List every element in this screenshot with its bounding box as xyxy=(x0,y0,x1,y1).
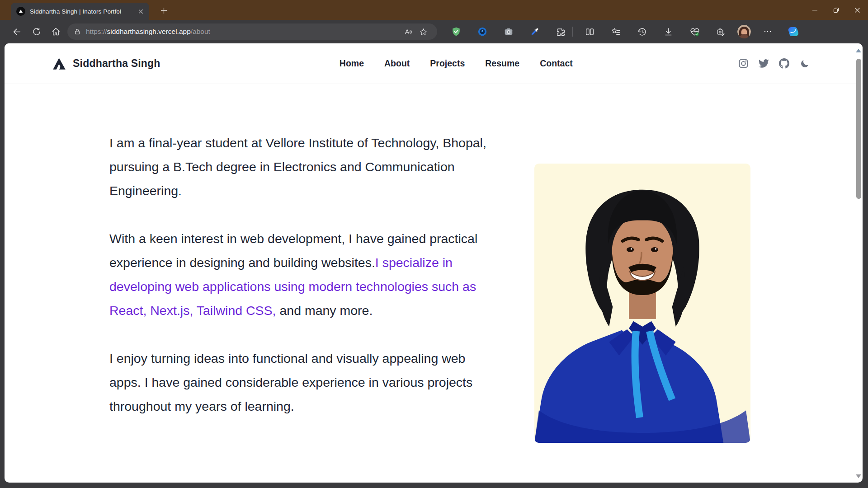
tab-favicon-icon xyxy=(16,7,25,16)
url-path: /about xyxy=(191,28,210,35)
eyedropper-extension-icon[interactable] xyxy=(525,23,544,40)
page-scrollbar[interactable] xyxy=(854,43,863,483)
tab-close-icon[interactable] xyxy=(136,6,146,16)
back-icon[interactable] xyxy=(7,23,27,40)
tab-title: Siddhartha Singh | Inators Portfol xyxy=(30,8,133,15)
instagram-icon[interactable] xyxy=(738,58,749,69)
web-capture-icon[interactable] xyxy=(711,23,731,40)
site-logo-icon xyxy=(52,57,66,70)
profile-photo xyxy=(534,164,750,443)
content-frame: Siddhartha Singh Home About Projects Res… xyxy=(0,43,868,488)
toolbar-divider xyxy=(572,27,573,37)
downloads-icon[interactable] xyxy=(659,23,678,40)
about-paragraph-1: I am a final-year student at Vellore Ins… xyxy=(109,131,491,203)
window-close-button[interactable] xyxy=(847,0,868,20)
scroll-up-arrow-icon[interactable] xyxy=(856,49,861,52)
nav-link-resume[interactable]: Resume xyxy=(485,58,519,69)
dark-mode-moon-icon[interactable] xyxy=(799,58,810,69)
history-icon[interactable] xyxy=(632,23,652,40)
lock-icon[interactable] xyxy=(74,28,81,35)
split-screen-icon[interactable] xyxy=(580,23,599,40)
refresh-icon[interactable] xyxy=(27,23,46,40)
blue-circle-extension-icon[interactable] xyxy=(472,23,492,40)
about-paragraph-3: I enjoy turning ideas into functional an… xyxy=(109,347,491,418)
favorite-star-icon[interactable] xyxy=(415,25,431,38)
site-nav: Home About Projects Resume Contact xyxy=(326,58,573,69)
nav-link-projects[interactable]: Projects xyxy=(430,58,465,69)
new-tab-button[interactable] xyxy=(158,5,169,16)
extensions-puzzle-icon[interactable] xyxy=(551,23,571,40)
brand-name: Siddhartha Singh xyxy=(73,57,160,70)
home-icon[interactable] xyxy=(46,23,66,40)
favorites-list-icon[interactable] xyxy=(606,23,626,40)
nav-link-about[interactable]: About xyxy=(384,58,410,69)
webpage: Siddhartha Singh Home About Projects Res… xyxy=(5,43,863,483)
github-icon[interactable] xyxy=(779,58,790,69)
browser-titlebar: Siddhartha Singh | Inators Portfol xyxy=(0,0,868,20)
browser-essentials-icon[interactable] xyxy=(685,23,704,40)
about-section: I am a final-year student at Vellore Ins… xyxy=(109,131,491,442)
about-paragraph-2: With a keen interest in web development,… xyxy=(109,227,491,323)
url-text[interactable]: https://siddharthasingh.vercel.app/about xyxy=(86,28,400,36)
address-bar[interactable]: https://siddharthasingh.vercel.app/about xyxy=(67,23,437,40)
twitter-icon[interactable] xyxy=(759,58,769,69)
url-scheme: https:// xyxy=(86,28,107,35)
browser-toolbar: https://siddharthasingh.vercel.app/about xyxy=(0,20,868,43)
profile-avatar[interactable] xyxy=(737,25,751,38)
about-paragraph-2-tail: and many more. xyxy=(276,303,373,318)
social-links xyxy=(738,58,810,69)
site-header: Siddhartha Singh Home About Projects Res… xyxy=(5,43,863,84)
window-restore-button[interactable] xyxy=(826,0,847,20)
camera-extension-icon[interactable] xyxy=(499,23,518,40)
site-brand[interactable]: Siddhartha Singh xyxy=(52,57,160,70)
copilot-icon[interactable] xyxy=(784,23,803,40)
scroll-down-arrow-icon[interactable] xyxy=(856,474,861,478)
nav-link-contact[interactable]: Contact xyxy=(540,58,573,69)
url-host: siddharthasingh.vercel.app xyxy=(107,28,191,35)
read-aloud-icon[interactable] xyxy=(400,25,415,38)
more-menu-icon[interactable] xyxy=(758,23,777,40)
adguard-extension-icon[interactable] xyxy=(446,23,466,40)
nav-link-home[interactable]: Home xyxy=(340,58,364,69)
scrollbar-thumb[interactable] xyxy=(856,59,861,199)
window-minimize-button[interactable] xyxy=(804,0,826,20)
browser-tab[interactable]: Siddhartha Singh | Inators Portfol xyxy=(11,3,149,20)
